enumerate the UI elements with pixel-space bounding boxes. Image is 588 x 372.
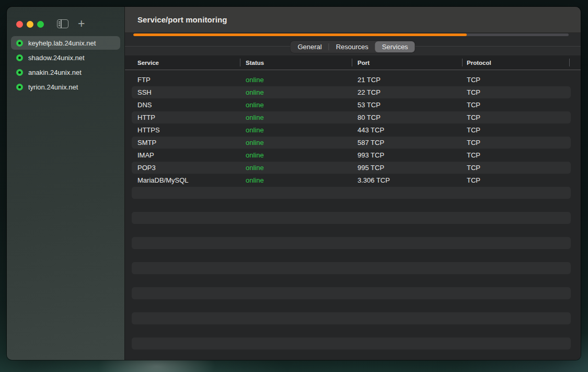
server-label: tyrion.24unix.net: [28, 83, 78, 91]
empty-rows: [125, 186, 581, 360]
service-cell: SMTP: [125, 139, 240, 146]
service-cell: HTTP: [125, 114, 240, 121]
service-cell: SSH: [125, 88, 240, 96]
sidebar: + keyhelp.lab.24unix.net shadow.24unix.n…: [7, 7, 125, 360]
tab-resources[interactable]: Resources: [329, 41, 375, 52]
protocol-cell: TCP: [462, 139, 570, 146]
server-label: shadow.24unix.net: [28, 54, 85, 62]
empty-table-row: [125, 299, 581, 312]
empty-table-row: [125, 262, 581, 274]
minimize-button[interactable]: [27, 21, 33, 28]
port-cell: 3.306 TCP: [352, 176, 462, 184]
service-cell: MariaDB/MySQL: [125, 176, 240, 184]
server-status-icon: [16, 84, 23, 91]
column-header-port[interactable]: Port: [352, 55, 462, 70]
table-header: Service Status Port Protocol: [125, 55, 581, 70]
table-row-https[interactable]: HTTPS online 443 TCP TCP: [125, 123, 581, 136]
port-cell: 80 TCP: [352, 114, 462, 121]
empty-table-row: [125, 224, 581, 236]
sidebar-item-shadow[interactable]: shadow.24unix.net: [11, 51, 120, 64]
status-cell: online: [240, 126, 352, 134]
empty-table-row: [125, 287, 581, 299]
desktop: + keyhelp.lab.24unix.net shadow.24unix.n…: [0, 0, 588, 372]
window-controls: [16, 21, 44, 28]
progress-fill: [133, 33, 467, 36]
table-row-smtp[interactable]: SMTP online 587 TCP TCP: [125, 136, 581, 149]
port-cell: 587 TCP: [352, 139, 462, 146]
table-row-dns[interactable]: DNS online 53 TCP TCP: [125, 98, 581, 111]
protocol-cell: TCP: [462, 164, 570, 172]
empty-table-row: [125, 236, 581, 249]
app-window: + keyhelp.lab.24unix.net shadow.24unix.n…: [7, 7, 581, 360]
server-status-icon: [16, 69, 23, 76]
service-cell: IMAP: [125, 151, 240, 159]
add-server-icon[interactable]: +: [78, 19, 85, 28]
column-header-label: Service: [137, 60, 159, 66]
table-row-ssh[interactable]: SSH online 22 TCP TCP: [125, 86, 581, 98]
server-status-icon: [16, 40, 23, 47]
empty-table-row: [125, 312, 581, 324]
column-header-label: Port: [358, 60, 370, 66]
tab-general[interactable]: General: [291, 41, 328, 52]
empty-table-row: [125, 199, 581, 211]
status-cell: online: [240, 164, 352, 172]
empty-table-row: [125, 337, 581, 350]
column-header-label: Status: [246, 60, 264, 66]
status-cell: online: [240, 176, 352, 184]
refresh-progress-bar: [133, 33, 569, 36]
sidebar-item-anakin[interactable]: anakin.24unix.net: [11, 65, 120, 79]
status-cell: online: [240, 114, 352, 121]
column-header-service[interactable]: Service: [125, 55, 240, 70]
service-cell: POP3: [125, 164, 240, 172]
port-cell: 995 TCP: [352, 164, 462, 172]
table-row-ftp[interactable]: FTP online 21 TCP TCP: [125, 73, 581, 86]
status-cell: online: [240, 88, 352, 96]
port-cell: 21 TCP: [352, 76, 462, 84]
port-cell: 53 TCP: [352, 101, 462, 109]
empty-table-row: [125, 211, 581, 224]
status-cell: online: [240, 76, 352, 84]
protocol-cell: TCP: [462, 101, 570, 109]
close-button[interactable]: [16, 21, 23, 28]
tab-segmented-control: General Resources Services: [290, 41, 415, 53]
server-label: keyhelp.lab.24unix.net: [28, 39, 96, 47]
status-cell: online: [240, 139, 352, 146]
table-row-imap[interactable]: IMAP online 993 TCP TCP: [125, 149, 581, 161]
column-header-status[interactable]: Status: [240, 55, 352, 70]
titlebar: Service/port monitoring: [125, 7, 581, 33]
sidebar-item-tyrion[interactable]: tyrion.24unix.net: [11, 80, 120, 94]
empty-table-row: [125, 274, 581, 287]
main-panel: Service/port monitoring General Resource…: [125, 7, 581, 360]
sidebar-toggle-icon[interactable]: [57, 19, 68, 28]
empty-table-row: [125, 249, 581, 262]
protocol-cell: TCP: [462, 126, 570, 134]
status-cell: online: [240, 101, 352, 109]
progress-row: [125, 33, 581, 38]
protocol-cell: TCP: [462, 76, 570, 84]
service-cell: DNS: [125, 101, 240, 109]
column-header-protocol[interactable]: Protocol: [462, 55, 570, 70]
server-status-icon: [16, 54, 23, 61]
port-cell: 22 TCP: [352, 88, 462, 96]
tab-bar: General Resources Services: [125, 38, 581, 55]
service-cell: HTTPS: [125, 126, 240, 134]
server-list: keyhelp.lab.24unix.net shadow.24unix.net…: [11, 36, 120, 95]
protocol-cell: TCP: [462, 151, 570, 159]
table-row-mariadb[interactable]: MariaDB/MySQL online 3.306 TCP TCP: [125, 174, 581, 186]
protocol-cell: TCP: [462, 88, 570, 96]
table-row-http[interactable]: HTTP online 80 TCP TCP: [125, 111, 581, 123]
page-title: Service/port monitoring: [137, 15, 227, 24]
zoom-button[interactable]: [37, 21, 44, 28]
status-cell: online: [240, 151, 352, 159]
protocol-cell: TCP: [462, 114, 570, 121]
tab-services[interactable]: Services: [375, 41, 415, 52]
sidebar-toolbar: +: [57, 19, 85, 28]
table-row-pop3[interactable]: POP3 online 995 TCP TCP: [125, 161, 581, 174]
port-cell: 443 TCP: [352, 126, 462, 134]
server-label: anakin.24unix.net: [28, 69, 82, 76]
empty-table-row: [125, 350, 581, 360]
empty-table-row: [125, 186, 581, 199]
sidebar-item-keyhelp[interactable]: keyhelp.lab.24unix.net: [11, 36, 120, 50]
empty-table-row: [125, 324, 581, 337]
services-table-body: FTP online 21 TCP TCP SSH online 22 TCP …: [125, 70, 581, 360]
